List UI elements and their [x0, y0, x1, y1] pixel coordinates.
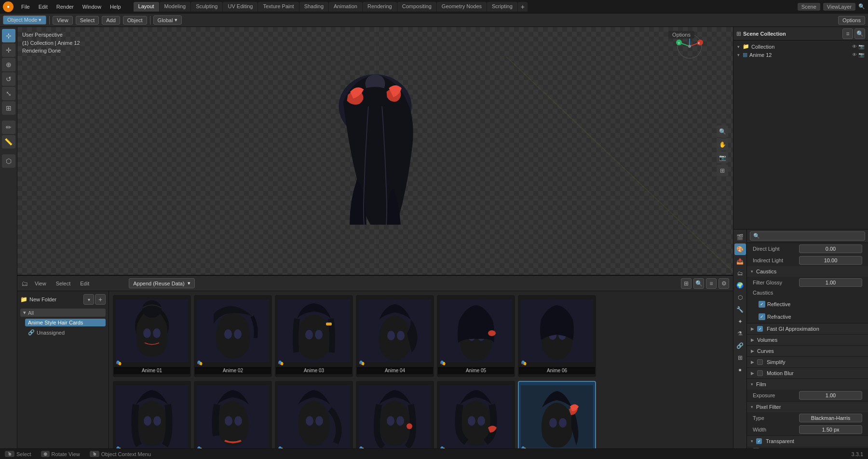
transparent-header[interactable]: ▾ ✓ Transparent	[747, 436, 868, 446]
fast-gi-header[interactable]: ▶ ✓ Fast GI Approximation	[747, 324, 868, 334]
settings-btn[interactable]: ⚙	[719, 278, 729, 289]
prop-render-icon[interactable]: 🎨	[734, 243, 746, 255]
asset-thumb-anime10[interactable]: 🎭 Anime 10	[356, 381, 434, 448]
prop-data-icon[interactable]: ⊞	[734, 352, 746, 364]
asset-thumb-anime02[interactable]: 🎭 Anime 02	[194, 295, 272, 377]
tab-modeling[interactable]: Modeling	[160, 2, 191, 12]
prop-world-icon[interactable]: 🌍	[734, 280, 746, 291]
prop-material-icon[interactable]: ●	[734, 364, 746, 376]
prop-modifier-icon[interactable]: 🔧	[734, 304, 746, 315]
filter-width-value[interactable]: 1.50 px	[799, 425, 862, 434]
transform-tool-btn[interactable]: ⊞	[2, 101, 15, 115]
sidebar-item-unassigned[interactable]: 🔗 Unassigned	[25, 328, 106, 337]
reflective-checkbox[interactable]: ✓	[759, 301, 765, 308]
add-menu[interactable]: Add	[102, 16, 120, 25]
search-btn[interactable]: 🔍	[693, 278, 704, 289]
sidebar-item-all[interactable]: ▾ All	[20, 309, 106, 317]
pixel-filter-header[interactable]: ▾ Pixel Filter	[747, 402, 868, 412]
rotate-tool-btn[interactable]: ↺	[2, 72, 15, 86]
transform-global[interactable]: Global ▾	[153, 15, 182, 25]
tab-uv-editing[interactable]: UV Editing	[223, 2, 258, 12]
move-tool-btn[interactable]: ⊕	[2, 58, 15, 71]
filter-type-value[interactable]: Blackman-Harris	[799, 414, 862, 422]
menu-file[interactable]: File	[17, 3, 34, 11]
film-header[interactable]: ▾ Film	[747, 379, 868, 390]
direct-light-value[interactable]: 0.00	[799, 244, 862, 253]
ab-menu-select[interactable]: Select	[53, 280, 74, 287]
prop-scene-icon[interactable]: 🎬	[734, 231, 746, 243]
outliner-search-btn[interactable]: 🔍	[854, 28, 865, 39]
prop-output-icon[interactable]: 📤	[734, 256, 746, 267]
motion-blur-checkbox[interactable]	[757, 370, 763, 376]
fast-gi-checkbox[interactable]: ✓	[757, 326, 763, 332]
filter-btn[interactable]: ≡	[706, 278, 717, 289]
search-icon[interactable]: 🔍	[858, 3, 865, 10]
cursor-tool-btn[interactable]: ✛	[2, 43, 15, 57]
asset-thumb-anime03[interactable]: 🎭 Anime 03	[275, 295, 353, 377]
mode-selector[interactable]: Object Mode ▾	[3, 15, 46, 25]
prop-view-layer-icon[interactable]: 🗂	[734, 268, 746, 279]
prop-constraints-icon[interactable]: 🔗	[734, 340, 746, 351]
simplify-header[interactable]: ▶ Simplify	[747, 357, 868, 367]
asset-thumb-anime04[interactable]: 🎭 Anime 04	[356, 295, 434, 377]
viewport-grid-toggle[interactable]: ⊞	[717, 165, 728, 176]
tab-texture-paint[interactable]: Texture Paint	[258, 2, 298, 12]
indirect-light-value[interactable]: 10.00	[799, 256, 862, 265]
anime12-camera-icon[interactable]: 📷	[858, 52, 864, 57]
refractive-checkbox[interactable]: ✓	[759, 313, 765, 320]
annotate-tool-btn[interactable]: ✏	[2, 121, 15, 134]
asset-thumb-anime05[interactable]: 🎭 Anime 05	[437, 295, 515, 377]
tab-add[interactable]: +	[518, 2, 528, 12]
asset-thumb-anime11[interactable]: 🎭 Anime 11	[437, 381, 515, 448]
tab-scripting[interactable]: Scripting	[487, 2, 517, 12]
outliner-item-anime12[interactable]: ▾ ▦ Anime 12 👁 📷	[735, 51, 866, 59]
prop-object-icon[interactable]: ⬡	[734, 292, 746, 303]
asset-thumb-anime09[interactable]: 🎭 Anime 09	[275, 381, 353, 448]
add-folder-btn[interactable]: +	[95, 294, 106, 305]
volumes-header[interactable]: ▶ Volumes	[747, 335, 868, 345]
add-primitive-btn[interactable]: ⬡	[2, 154, 15, 168]
object-menu[interactable]: Object	[123, 16, 147, 25]
ab-menu-edit[interactable]: Edit	[77, 280, 92, 287]
tab-layout[interactable]: Layout	[134, 2, 159, 12]
visibility-icon[interactable]: 👁	[852, 44, 857, 49]
prop-particles-icon[interactable]: ✦	[734, 316, 746, 327]
select-tool-btn[interactable]: ⊹	[2, 29, 15, 42]
append-dropdown[interactable]: Append (Reuse Data) ▾	[129, 278, 194, 288]
asset-thumb-anime06[interactable]: 🎭 Anime 06	[518, 295, 596, 377]
menu-help[interactable]: Help	[106, 3, 125, 11]
tab-compositing[interactable]: Compositing	[397, 2, 436, 12]
tab-geometry-nodes[interactable]: Geometry Nodes	[437, 2, 487, 12]
viewport-3d[interactable]: User Perspective (1) Collection | Anime …	[17, 27, 733, 275]
view-menu[interactable]: View	[53, 16, 73, 25]
motion-blur-header[interactable]: ▶ Motion Blur	[747, 368, 868, 378]
viewport-zoom-in[interactable]: 🔍	[717, 126, 728, 137]
caustics-header[interactable]: ▾ Caustics	[747, 266, 868, 277]
exposure-value[interactable]: 1.00	[799, 391, 862, 400]
anime12-visibility-icon[interactable]: 👁	[852, 52, 857, 57]
tab-shading[interactable]: Shading	[299, 2, 328, 12]
scale-tool-btn[interactable]: ⤡	[2, 87, 15, 100]
viewport-hand-tool[interactable]: ✋	[717, 139, 728, 150]
select-menu[interactable]: Select	[76, 16, 99, 25]
outliner-item-collection[interactable]: ▾ 📁 Collection 👁 📷	[735, 42, 866, 51]
folder-toggle-btn[interactable]: ▾	[83, 294, 94, 305]
scene-selector[interactable]: Scene	[798, 3, 820, 11]
viewport-options-label[interactable]: Options	[668, 31, 694, 39]
grid-view-btn[interactable]: ⊞	[681, 278, 692, 289]
measure-tool-btn[interactable]: 📏	[2, 135, 15, 148]
tab-sculpting[interactable]: Sculpting	[191, 2, 222, 12]
tab-animation[interactable]: Animation	[329, 2, 362, 12]
filter-glossy-value[interactable]: 1.00	[799, 278, 862, 287]
curves-header[interactable]: ▶ Curves	[747, 346, 868, 356]
asset-thumb-anime12[interactable]: 🎭 Anime 12	[518, 381, 596, 448]
asset-thumb-anime07[interactable]: 🎭 Anime 07	[113, 381, 191, 448]
viewport-camera[interactable]: 📷	[717, 152, 728, 163]
viewlayer-selector[interactable]: ViewLayer	[823, 3, 855, 11]
sidebar-item-anime-hair[interactable]: Anime Style Hair Cards	[25, 319, 106, 326]
transparent-checkbox[interactable]: ✓	[756, 438, 762, 444]
menu-edit[interactable]: Edit	[35, 3, 52, 11]
transform-options[interactable]: Options	[838, 16, 865, 25]
outliner-filter-btn[interactable]: ≡	[842, 28, 853, 39]
simplify-checkbox[interactable]	[757, 359, 763, 365]
